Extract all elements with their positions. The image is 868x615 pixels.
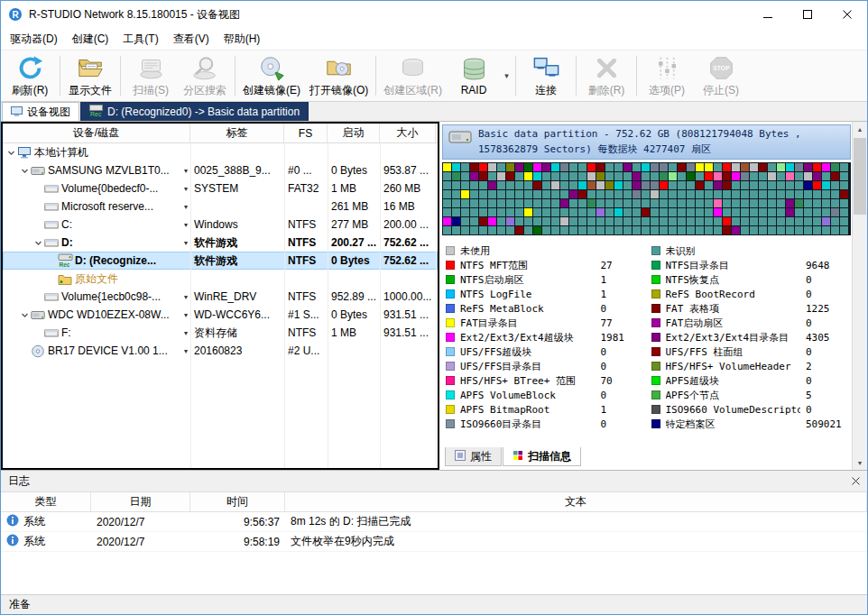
scan-block [479, 217, 487, 225]
device-tree-row[interactable]: C:▾WindowsNTFS277 MB200.00 ... [3, 216, 438, 234]
open-image-button[interactable]: 打开镜像(O) [305, 51, 373, 100]
column-header[interactable]: 标签 [190, 124, 284, 142]
device-tree-row[interactable]: D:▾软件游戏NTFS200.27 ...752.62 ... [3, 234, 438, 252]
combo-arrow-icon[interactable]: ▾ [184, 347, 189, 355]
legend-label: HFS/HFS+ BTree+ 范围 [460, 374, 576, 388]
column-header[interactable]: FS [284, 124, 328, 142]
scan-block [822, 190, 830, 198]
combo-arrow-icon[interactable]: ▾ [184, 203, 189, 211]
device-tree-row[interactable]: Volume{1ecb0c98-...▾WinRE_DRVNTFS952.89 … [3, 288, 438, 306]
log-column-header[interactable]: 时间 [190, 492, 285, 511]
svg-text:Rec: Rec [60, 262, 70, 268]
column-header[interactable]: 大小 [380, 124, 436, 142]
scan-block [569, 181, 577, 189]
device-tree-row[interactable]: WDC WD10EZEX-08W...▾WD-WCC6Y6...#1 S...0… [3, 306, 438, 324]
scan-block [642, 172, 650, 180]
column-header[interactable]: 启动 [328, 124, 380, 142]
scan-block [623, 208, 632, 216]
menu-item[interactable]: 驱动器(D) [3, 29, 65, 50]
label-cell: 0025_388B_9... [190, 161, 284, 179]
scan-block [678, 217, 686, 225]
scan-block-map[interactable] [442, 162, 851, 235]
connect-button[interactable]: 连接 [519, 51, 573, 100]
combo-arrow-icon[interactable]: ▾ [184, 185, 189, 193]
combo-arrow-icon[interactable]: ▾ [184, 311, 189, 319]
scroll-down-icon[interactable]: ▼ [853, 455, 867, 470]
expander-icon[interactable] [5, 149, 17, 157]
refresh-button[interactable]: 刷新(R) [3, 51, 57, 100]
device-tree-row[interactable]: BR17 DEVICE V1.00 1...▾20160823#2 U... [3, 342, 438, 360]
device-name: F: [61, 326, 71, 339]
log-column-header[interactable]: 文本 [285, 492, 867, 511]
scan-block [696, 163, 704, 171]
size-cell: 1000.00... [380, 288, 436, 306]
menu-item[interactable]: 创建(C) [65, 29, 116, 50]
device-tree-row[interactable]: F:▾资料存储NTFS1 MB931.51 ... [3, 324, 438, 342]
log-row[interactable]: 系统2020/12/79:58:19文件枚举在9秒内完成 [1, 532, 867, 552]
combo-arrow-icon[interactable]: ▾ [184, 221, 189, 229]
device-tree-row[interactable]: RecD: (Recognize...软件游戏NTFS0 Bytes752.62… [3, 252, 438, 270]
combo-arrow-icon[interactable]: ▾ [184, 329, 189, 337]
device-tree-row[interactable]: SAMSUNG MZVLB1T0...▾0025_388B_9...#0 ...… [3, 161, 438, 179]
scan-block [687, 199, 695, 207]
menu-item[interactable]: 工具(T) [115, 29, 165, 50]
scan-block [705, 163, 713, 171]
create-image-button[interactable]: 创建镜像(E) [238, 51, 305, 100]
maximize-button[interactable] [788, 1, 827, 28]
scan-block [596, 190, 605, 198]
legend-swatch [446, 376, 455, 385]
label-cell: 20160823 [190, 342, 284, 360]
scan-block [750, 217, 758, 225]
scan-block [795, 199, 803, 207]
close-button[interactable] [827, 1, 867, 28]
scan-block [560, 226, 568, 234]
combo-arrow-icon[interactable]: ▾ [184, 167, 189, 175]
tab-device-view[interactable]: 设备视图 [2, 102, 79, 121]
scrollbar-thumb[interactable] [854, 138, 866, 215]
size-cell: 931.51 ... [380, 306, 436, 324]
expander-icon[interactable] [32, 239, 44, 247]
device-name-cell: 原始文件 [3, 270, 190, 288]
device-tree-row[interactable]: 本地计算机 [3, 143, 438, 161]
scrollbar-track[interactable] [853, 136, 867, 455]
vertical-scrollbar[interactable]: ▲ ▼ [852, 122, 867, 470]
combo-arrow-icon[interactable]: ▾ [184, 293, 189, 301]
size-cell: 752.62 ... [380, 252, 436, 270]
menu-item[interactable]: 帮助(H) [217, 29, 268, 50]
scan-block [804, 199, 812, 207]
minimize-button[interactable] [748, 1, 788, 28]
log-column-header[interactable]: 日期 [91, 492, 190, 511]
tab-properties[interactable]: 属性 [445, 447, 502, 466]
tab-scan-info[interactable]: 扫描信息 [503, 447, 581, 466]
log-close-icon[interactable] [852, 477, 860, 485]
scroll-up-icon[interactable]: ▲ [853, 122, 867, 136]
device-tree-row[interactable]: 原始文件 [3, 270, 438, 288]
scan-block [750, 163, 758, 171]
scan-block [479, 172, 487, 180]
legend-item: Ext2/Ext3/Ext4目录条目4305 [651, 330, 848, 344]
log-row[interactable]: 系统2020/12/79:56:378m 12s 的 D: 扫描已完成 [1, 512, 867, 532]
expander-icon[interactable] [19, 311, 31, 319]
device-tree-row[interactable]: Volume{0bedecf0-...▾SYSTEMFAT321 MB260 M… [3, 179, 438, 197]
device-tree-row[interactable]: Microsoft reserve...▾261 MB16 MB [3, 197, 438, 216]
scan-block [560, 208, 568, 216]
start-cell [328, 143, 380, 161]
raid-button[interactable]: RAID [447, 51, 501, 100]
scan-block [669, 163, 677, 171]
raid-dropdown-arrow-icon[interactable]: ▾ [501, 51, 512, 100]
tab-scan-result[interactable]: RecD: (Recognized0) -> Basic data partit… [80, 102, 309, 121]
combo-arrow-icon[interactable]: ▾ [184, 239, 189, 247]
expander-icon[interactable] [19, 167, 31, 175]
column-header[interactable]: 设备/磁盘 [3, 124, 190, 142]
menu-item[interactable]: 查看(V) [166, 29, 217, 50]
log-date-cell: 2020/12/7 [91, 512, 190, 531]
scan-block [705, 208, 713, 216]
harddisk-icon [448, 127, 472, 152]
device-name: C: [61, 218, 72, 231]
size-cell: 931.51 ... [380, 324, 436, 342]
scan-block [506, 208, 514, 216]
log-column-header[interactable]: 类型 [1, 492, 91, 511]
scan-block [470, 181, 478, 189]
scan-block [560, 172, 568, 180]
show-files-button[interactable]: 显示文件 [63, 51, 117, 100]
